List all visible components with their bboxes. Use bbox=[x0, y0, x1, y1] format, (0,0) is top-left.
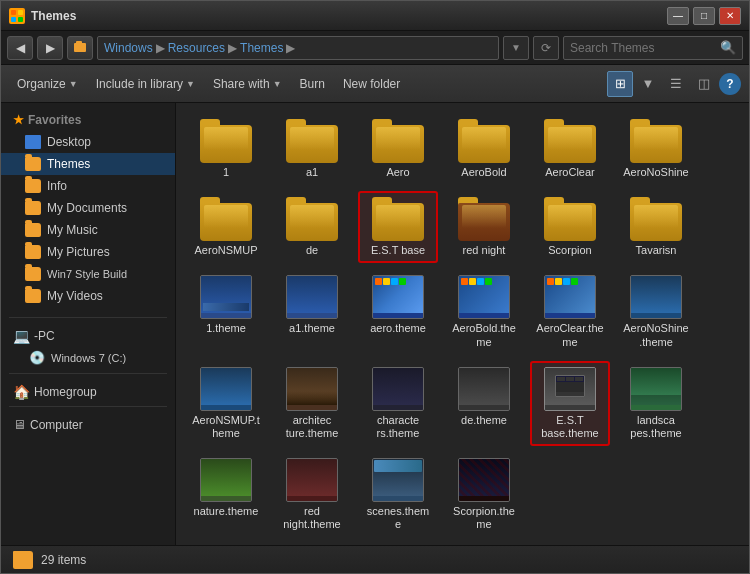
folder-icon bbox=[630, 119, 682, 163]
sidebar-item-my-documents[interactable]: My Documents bbox=[1, 197, 175, 219]
list-item[interactable]: E.S.T base.theme bbox=[530, 361, 610, 446]
sidebar-item-my-pictures[interactable]: My Pictures bbox=[1, 241, 175, 263]
theme-file-icon bbox=[372, 367, 424, 411]
folder-icon bbox=[200, 197, 252, 241]
title-bar: Themes — □ ✕ bbox=[1, 1, 749, 31]
favorites-header[interactable]: ★ Favorites bbox=[1, 109, 175, 131]
favorites-label: Favorites bbox=[28, 113, 81, 127]
drive-icon: 💿 bbox=[29, 350, 45, 365]
main-window: Themes — □ ✕ ◀ ▶ Windows ▶ Resources ▶ T… bbox=[0, 0, 750, 574]
sidebar-item-themes[interactable]: Themes bbox=[1, 153, 175, 175]
theme-file-icon bbox=[458, 458, 510, 502]
sidebar: ★ Favorites Desktop Themes Info My bbox=[1, 103, 176, 545]
help-button[interactable]: ? bbox=[719, 73, 741, 95]
forward-button[interactable]: ▶ bbox=[37, 36, 63, 60]
minimize-button[interactable]: — bbox=[667, 7, 689, 25]
sidebar-pc-section[interactable]: 💻 -PC bbox=[1, 322, 175, 346]
breadcrumb-themes[interactable]: Themes bbox=[240, 41, 283, 55]
window-icon bbox=[9, 8, 25, 24]
file-grid: 1 a1 Aero bbox=[186, 113, 739, 538]
list-item[interactable]: aero.theme bbox=[358, 269, 438, 354]
sidebar-item-my-music[interactable]: My Music bbox=[1, 219, 175, 241]
list-item[interactable]: AeroClear.theme bbox=[530, 269, 610, 354]
homegroup-section[interactable]: 🏠 Homegroup bbox=[1, 378, 175, 402]
folder-icon bbox=[286, 119, 338, 163]
close-button[interactable]: ✕ bbox=[719, 7, 741, 25]
list-item[interactable]: AeroNoShine bbox=[616, 113, 696, 185]
list-item[interactable]: Tavarisn bbox=[616, 191, 696, 263]
new-folder-button[interactable]: New folder bbox=[335, 70, 408, 98]
refresh-button[interactable]: ⟳ bbox=[533, 36, 559, 60]
svg-rect-3 bbox=[18, 17, 23, 22]
svg-rect-2 bbox=[11, 17, 16, 22]
my-docs-icon bbox=[25, 201, 41, 215]
folder-icon bbox=[630, 197, 682, 241]
list-item[interactable]: AeroNSMUP bbox=[186, 191, 266, 263]
list-item[interactable]: Aero bbox=[358, 113, 438, 185]
breadcrumb-resources[interactable]: Resources bbox=[168, 41, 225, 55]
file-area[interactable]: 1 a1 Aero bbox=[176, 103, 749, 545]
theme-file-icon bbox=[544, 275, 596, 319]
main-content: ★ Favorites Desktop Themes Info My bbox=[1, 103, 749, 545]
folder-icon bbox=[200, 119, 252, 163]
list-item[interactable]: E.S.T base bbox=[358, 191, 438, 263]
list-item[interactable]: AeroBold bbox=[444, 113, 524, 185]
list-item[interactable]: characte rs.theme bbox=[358, 361, 438, 446]
svg-rect-1 bbox=[18, 10, 23, 15]
list-item[interactable]: de.theme bbox=[444, 361, 524, 446]
sidebar-item-desktop[interactable]: Desktop bbox=[1, 131, 175, 153]
list-item[interactable]: 1.theme bbox=[186, 269, 266, 354]
share-with-button[interactable]: Share with ▼ bbox=[205, 70, 290, 98]
search-box: 🔍 bbox=[563, 36, 743, 60]
folder-icon bbox=[458, 119, 510, 163]
themes-folder-icon bbox=[25, 157, 41, 171]
view-controls: ⊞ ▼ ☰ ◫ bbox=[607, 71, 717, 97]
window-controls: — □ ✕ bbox=[667, 7, 741, 25]
burn-button[interactable]: Burn bbox=[292, 70, 333, 98]
sidebar-item-windows-drive[interactable]: 💿 Windows 7 (C:) bbox=[1, 346, 175, 369]
list-item[interactable]: AeroBold.theme bbox=[444, 269, 524, 354]
computer-section[interactable]: 🖥 Computer bbox=[1, 411, 175, 434]
computer2-icon: 🖥 bbox=[13, 417, 26, 432]
list-item[interactable]: landsca pes.theme bbox=[616, 361, 696, 446]
list-item[interactable]: red night bbox=[444, 191, 524, 263]
list-item[interactable]: a1.theme bbox=[272, 269, 352, 354]
organize-button[interactable]: Organize ▼ bbox=[9, 70, 86, 98]
list-item[interactable]: de bbox=[272, 191, 352, 263]
list-item[interactable]: scenes.theme bbox=[358, 452, 438, 537]
homegroup-icon: 🏠 bbox=[13, 384, 30, 400]
details-view-button[interactable]: ☰ bbox=[663, 71, 689, 97]
list-item[interactable]: Scorpion bbox=[530, 191, 610, 263]
maximize-button[interactable]: □ bbox=[693, 7, 715, 25]
dropdown-button[interactable]: ▼ bbox=[503, 36, 529, 60]
list-item[interactable]: a1 bbox=[272, 113, 352, 185]
list-item[interactable]: Scorpion.theme bbox=[444, 452, 524, 537]
theme-file-icon bbox=[458, 275, 510, 319]
info-folder-icon bbox=[25, 179, 41, 193]
list-item[interactable]: red night.theme bbox=[272, 452, 352, 537]
sidebar-item-my-videos[interactable]: My Videos bbox=[1, 285, 175, 307]
large-icons-view-button[interactable]: ⊞ bbox=[607, 71, 633, 97]
sidebar-item-win7[interactable]: Win7 Style Build bbox=[1, 263, 175, 285]
status-bar: 29 items bbox=[1, 545, 749, 573]
search-input[interactable] bbox=[570, 41, 720, 55]
back-button[interactable]: ◀ bbox=[7, 36, 33, 60]
breadcrumb-windows[interactable]: Windows bbox=[104, 41, 153, 55]
list-item[interactable]: 1 bbox=[186, 113, 266, 185]
breadcrumb[interactable]: Windows ▶ Resources ▶ Themes ▶ bbox=[97, 36, 499, 60]
status-item-count: 29 items bbox=[41, 553, 86, 567]
include-in-library-button[interactable]: Include in library ▼ bbox=[88, 70, 203, 98]
list-item[interactable]: AeroNSMUP.theme bbox=[186, 361, 266, 446]
theme-file-icon bbox=[544, 367, 596, 411]
up-button[interactable] bbox=[67, 36, 93, 60]
folder-icon bbox=[372, 197, 424, 241]
list-item[interactable]: AeroClear bbox=[530, 113, 610, 185]
list-item[interactable]: architec ture.theme bbox=[272, 361, 352, 446]
svg-rect-5 bbox=[76, 41, 82, 45]
list-item[interactable]: nature.theme bbox=[186, 452, 266, 537]
theme-file-icon bbox=[286, 367, 338, 411]
preview-pane-button[interactable]: ◫ bbox=[691, 71, 717, 97]
list-item[interactable]: AeroNoShine.theme bbox=[616, 269, 696, 354]
view-options-button[interactable]: ▼ bbox=[635, 71, 661, 97]
sidebar-item-info[interactable]: Info bbox=[1, 175, 175, 197]
